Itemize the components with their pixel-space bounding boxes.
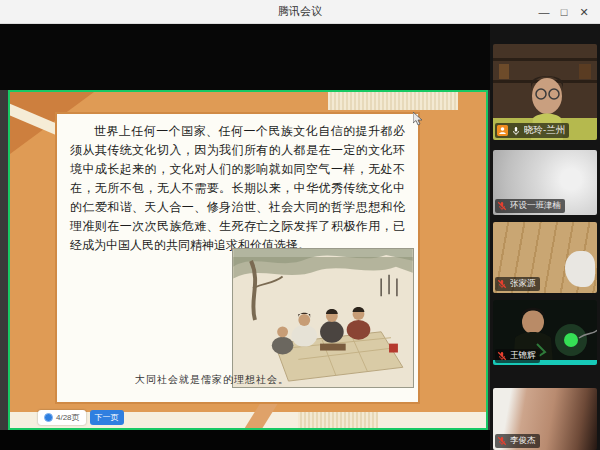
- participant-label: 李俊杰: [495, 434, 540, 448]
- next-page-button[interactable]: 下一页: [90, 410, 124, 425]
- minimize-button[interactable]: —: [534, 0, 554, 24]
- mic-muted-icon: [497, 436, 507, 446]
- slide-bottom-hatch: [298, 412, 378, 428]
- participant-name: 张家源: [510, 278, 536, 290]
- mic-muted-icon: [497, 279, 507, 289]
- close-button[interactable]: ✕: [574, 0, 594, 24]
- participants-sidebar: 晓玲-兰州 环设一班津楠: [490, 24, 600, 450]
- page-indicator[interactable]: 4/28页: [38, 410, 86, 425]
- participant-tile-1[interactable]: 晓玲-兰州: [493, 44, 597, 140]
- participant-name: 环设一班津楠: [510, 200, 561, 212]
- participant-name: 李俊杰: [510, 435, 536, 447]
- participant-name: 晓玲-兰州: [524, 124, 565, 137]
- member-badge-icon: [497, 125, 508, 136]
- meeting-window: 腾讯会议 — □ ✕ 世界上任何一个国家、任何一个民族文化自信的提升都必须从其传…: [0, 0, 600, 450]
- participant-label: 晓玲-兰州: [495, 123, 569, 138]
- mouse-cursor-icon: [413, 112, 423, 126]
- presenter-toolbar: 4/28页 下一页: [38, 409, 124, 425]
- maximize-button[interactable]: □: [554, 0, 574, 24]
- letterbox-bottom: [0, 430, 490, 450]
- participant-tile-4[interactable]: 王锦辉: [493, 300, 597, 365]
- slide-caption: 大同社会就是儒家的理想社会。: [135, 373, 289, 387]
- participant-tile-2[interactable]: 环设一班津楠: [493, 150, 597, 215]
- participant-tile-3[interactable]: 张家源: [493, 222, 597, 293]
- page-info-text: 4/28页: [56, 412, 80, 423]
- slide-painting: [232, 248, 414, 388]
- mic-muted-icon: [497, 351, 507, 361]
- participant-tile-5[interactable]: 李俊杰: [493, 388, 597, 450]
- video-object: [565, 251, 595, 287]
- window-title: 腾讯会议: [278, 4, 322, 19]
- participant-name: 王锦辉: [510, 350, 536, 362]
- shared-slide: 世界上任何一个国家、任何一个民族文化自信的提升都必须从其传统文化切入，因为我们所…: [8, 90, 488, 430]
- slide-paragraph: 世界上任何一个国家、任何一个民族文化自信的提升都必须从其传统文化切入，因为我们所…: [70, 122, 405, 255]
- participant-label: 张家源: [495, 277, 540, 291]
- mic-on-icon: [511, 126, 521, 136]
- slide-hatch-decoration: [328, 92, 458, 110]
- window-controls: — □ ✕: [534, 0, 594, 24]
- shared-screen-area: 世界上任何一个国家、任何一个民族文化自信的提升都必须从其传统文化切入，因为我们所…: [0, 24, 490, 450]
- mic-muted-icon: [497, 201, 507, 211]
- participant-label: 环设一班津楠: [495, 199, 565, 213]
- letterbox-top: [0, 24, 490, 90]
- presenter-icon: [44, 413, 53, 422]
- participant-label: 王锦辉: [495, 349, 540, 363]
- window-titlebar: 腾讯会议 — □ ✕: [0, 0, 600, 24]
